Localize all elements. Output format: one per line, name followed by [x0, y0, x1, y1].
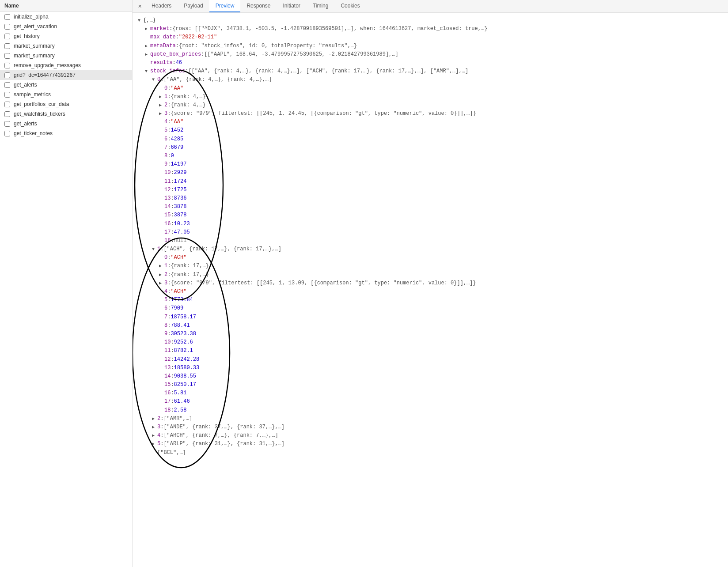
json-0-6: 6: 4285	[138, 135, 723, 144]
json-0-4: 4: "AA"	[138, 118, 723, 126]
toggle-metadata[interactable]	[145, 43, 150, 50]
sidebar-item-label: remove_upgrade_messages	[14, 62, 81, 68]
json-quote-box-prices: quote_box_prices: [["AAPL", 168.64, -3.4…	[138, 50, 723, 59]
sidebar-item-get-history[interactable]: get_history	[0, 31, 132, 41]
json-1-13: 13: 18580.33	[138, 364, 723, 372]
sidebar-item-initialize-alpha[interactable]: initialize_alpha	[0, 12, 132, 22]
sidebar-item-label: get_ticker_notes	[14, 130, 53, 136]
toggle-stock-3[interactable]	[152, 424, 157, 431]
json-stock-2: 2: ["AMR",…]	[138, 415, 723, 423]
json-0-18: 18: null	[138, 237, 723, 245]
sidebar-item-market-summary-2[interactable]: market_summary	[0, 51, 132, 60]
json-1-7: 7: 18758.17	[138, 313, 723, 321]
sidebar-item-label: market_summary	[14, 43, 55, 49]
toggle-stock-2[interactable]	[152, 416, 157, 423]
sidebar-checkbox[interactable]	[4, 63, 10, 68]
sidebar-item-get-ticker-notes[interactable]: get_ticker_notes	[0, 129, 132, 138]
tab-response[interactable]: Response	[240, 0, 277, 12]
json-1-16: 16: 5.81	[138, 389, 723, 397]
sidebar-item-sample-metrics[interactable]: sample_metrics	[0, 90, 132, 99]
sidebar-item-get-watchlists[interactable]: get_watchlists_tickers	[0, 109, 132, 119]
sidebar-item-get-alert-vacation[interactable]: get_alert_vacation	[0, 22, 132, 31]
sidebar-item-label: get_portfolios_cur_data	[14, 101, 69, 107]
json-0-2: 2: {rank: 4,…}	[138, 101, 723, 110]
json-market: market: {rows: [["^DJX", 34738.1, -503.5…	[138, 25, 723, 33]
sidebar-checkbox[interactable]	[4, 92, 10, 98]
tab-payload[interactable]: Payload	[178, 0, 209, 12]
sidebar-header: Name	[0, 0, 132, 12]
content-area[interactable]: {,…} market: {rows: [["^DJX", 34738.1, -…	[133, 13, 728, 567]
sidebar-checkbox[interactable]	[4, 82, 10, 88]
toggle-stock-5[interactable]	[152, 441, 157, 448]
json-0-5: 5: 1452	[138, 126, 723, 135]
toggle-0-1[interactable]	[159, 94, 164, 101]
sidebar-item-label: get_alerts	[14, 121, 37, 127]
sidebar-checkbox[interactable]	[4, 43, 10, 49]
tab-cookies[interactable]: Cookies	[334, 0, 366, 12]
toggle-market[interactable]	[145, 26, 150, 33]
json-stock-infos: stock_infos: [["AA", {rank: 4,…}, {rank:…	[138, 67, 723, 76]
toggle-quote-box[interactable]	[145, 51, 150, 58]
json-1-0: 0: "ACH"	[138, 253, 723, 262]
json-0-10: 10: 2929	[138, 169, 723, 177]
tab-preview[interactable]: Preview	[209, 0, 241, 12]
sidebar-item-get-portfolios[interactable]: get_portfolios_cur_data	[0, 99, 132, 109]
sidebar-item-label: grid?_dc=1644774391267	[14, 72, 76, 78]
sidebar-item-label: get_history	[14, 33, 40, 39]
sidebar-checkbox[interactable]	[4, 24, 10, 30]
json-0-0: 0: "AA"	[138, 84, 723, 93]
sidebar: Name initialize_alpha get_alert_vacation…	[0, 0, 133, 567]
json-0-17: 17: 47.05	[138, 228, 723, 237]
json-1-18: 18: 2.58	[138, 406, 723, 415]
json-0-9: 9: 14197	[138, 160, 723, 169]
json-0-13: 13: 8736	[138, 194, 723, 203]
json-1-4: 4: "ACH"	[138, 287, 723, 296]
tab-initiator[interactable]: Initiator	[277, 0, 306, 12]
sidebar-checkbox[interactable]	[4, 121, 10, 127]
sidebar-checkbox[interactable]	[4, 14, 10, 20]
json-stock-4: 4: ["ARCH", {rank: 7,…}, {rank: 7,…},…]	[138, 431, 723, 440]
toggle-0-2[interactable]	[159, 102, 164, 109]
toggle-stock-infos[interactable]	[145, 68, 150, 75]
tab-timing[interactable]: Timing	[307, 0, 335, 12]
toggle-1-2[interactable]	[159, 272, 164, 279]
json-metadata: metaData: {root: "stock_infos", id: 0, t…	[138, 42, 723, 50]
json-root: {,…}	[138, 16, 723, 25]
json-1-15: 15: 8250.17	[138, 381, 723, 389]
json-max-date: max_date: "2022-02-11"	[138, 33, 723, 42]
sidebar-item-get-alerts-2[interactable]: get_alerts	[0, 119, 132, 129]
toggle-0-3[interactable]	[159, 110, 164, 117]
toggle-stock-1[interactable]	[152, 246, 157, 253]
json-0-3: 3: {score: "9/9", filtertest: [[245, 1, …	[138, 110, 723, 118]
toggle-root[interactable]	[138, 17, 143, 24]
sidebar-checkbox[interactable]	[4, 131, 10, 136]
toggle-1-3[interactable]	[159, 280, 164, 287]
json-stock-5: 5: ["ARLP", {rank: 31,…}, {rank: 31,…},……	[138, 440, 723, 448]
sidebar-item-label: get_alert_vacation	[14, 23, 57, 30]
sidebar-checkbox[interactable]	[4, 111, 10, 117]
toggle-stock-0[interactable]	[152, 76, 157, 83]
sidebar-checkbox[interactable]	[4, 34, 10, 39]
json-1-9: 9: 30523.38	[138, 330, 723, 338]
toggle-stock-4[interactable]	[152, 432, 157, 439]
json-1-6: 6: 7909	[138, 304, 723, 313]
json-1-3: 3: {score: "9/9", filtertest: [[245, 1, …	[138, 279, 723, 287]
json-0-11: 11: 1724	[138, 178, 723, 186]
sidebar-item-get-alerts-1[interactable]: get_alerts	[0, 80, 132, 90]
sidebar-checkbox[interactable]	[4, 53, 10, 59]
tab-close-button[interactable]: ✕	[134, 1, 145, 12]
sidebar-item-remove-upgrade-messages[interactable]: remove_upgrade_messages	[0, 60, 132, 70]
sidebar-checkbox[interactable]	[4, 102, 10, 107]
json-0-8: 8: 0	[138, 152, 723, 160]
toggle-1-1[interactable]	[159, 263, 164, 270]
tab-headers[interactable]: Headers	[145, 0, 178, 12]
main-panel: ✕ Headers Payload Preview Response Initi…	[133, 0, 728, 567]
json-0-7: 7: 6679	[138, 144, 723, 152]
sidebar-item-market-summary-1[interactable]: market_summary	[0, 41, 132, 51]
json-1-11: 11: 8782.1	[138, 347, 723, 355]
sidebar-checkbox[interactable]	[4, 72, 10, 78]
sidebar-item-label: initialize_alpha	[14, 14, 49, 20]
json-stock-1: 1: ["ACH", {rank: 17,…}, {rank: 17,…},…]	[138, 245, 723, 253]
sidebar-item-grid-dc[interactable]: grid?_dc=1644774391267	[0, 70, 132, 80]
json-1-2: 2: {rank: 17,…}	[138, 271, 723, 279]
